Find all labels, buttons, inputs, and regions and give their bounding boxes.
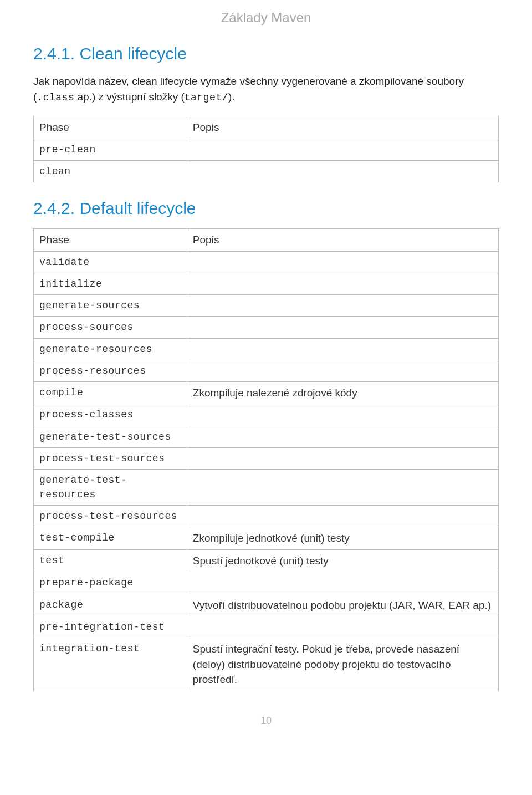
popis-cell [187, 338, 498, 360]
table-row: process-sources [34, 317, 499, 338]
table-row: compileZkompiluje nalezené zdrojové kódy [34, 381, 499, 404]
popis-cell [187, 295, 498, 317]
table-row: generate-sources [34, 295, 499, 317]
page-number: 10 [33, 714, 499, 728]
table-row: process-test-sources [34, 447, 499, 469]
inline-code-target: target/ [185, 92, 228, 103]
phase-cell: pre-clean [34, 139, 187, 160]
section-2-heading: 2.4.2. Default lifecycle [33, 196, 499, 221]
phase-cell: test [34, 549, 187, 572]
popis-cell [187, 139, 498, 160]
phase-cell: process-resources [34, 360, 187, 381]
popis-cell [187, 506, 498, 527]
phase-cell: generate-resources [34, 338, 187, 360]
default-lifecycle-table: Phase Popis validateinitializegenerate-s… [33, 228, 499, 691]
inline-code-class: .class [37, 92, 74, 103]
popis-cell [187, 360, 498, 381]
table-row: clean [34, 160, 499, 182]
popis-cell: Spustí jednotkové (unit) testy [187, 549, 498, 572]
popis-cell [187, 160, 498, 182]
popis-cell [187, 426, 498, 447]
popis-cell: Spustí integrační testy. Pokud je třeba,… [187, 638, 498, 691]
table-row: pre-clean [34, 139, 499, 160]
phase-cell: generate-test-sources [34, 426, 187, 447]
popis-cell [187, 572, 498, 594]
table-row: testSpustí jednotkové (unit) testy [34, 549, 499, 572]
table-row: initialize [34, 273, 499, 295]
table-row: process-classes [34, 404, 499, 426]
table-header-phase: Phase [34, 116, 187, 139]
page-header: Základy Maven [33, 8, 499, 28]
table-header-phase: Phase [34, 229, 187, 252]
popis-cell [187, 469, 498, 505]
popis-cell: Vytvoří distribuovatelnou podobu projekt… [187, 594, 498, 616]
table-row: process-resources [34, 360, 499, 381]
table-header-popis: Popis [187, 229, 498, 252]
table-row: prepare-package [34, 572, 499, 594]
table-header-popis: Popis [187, 116, 498, 139]
section-1-heading: 2.4.1. Clean lifecycle [33, 42, 499, 66]
popis-cell [187, 616, 498, 638]
table-row: packageVytvoří distribuovatelnou podobu … [34, 594, 499, 616]
table-row: process-test-resources [34, 506, 499, 527]
phase-cell: test-compile [34, 527, 187, 550]
popis-cell [187, 404, 498, 426]
para-text-3: ). [228, 91, 235, 103]
phase-cell: integration-test [34, 638, 187, 691]
phase-cell: prepare-package [34, 572, 187, 594]
phase-cell: generate-sources [34, 295, 187, 317]
popis-cell: Zkompiluje nalezené zdrojové kódy [187, 381, 498, 404]
phase-cell: validate [34, 251, 187, 273]
table-row: test-compileZkompiluje jednotkové (unit)… [34, 527, 499, 550]
table-row: generate-test-sources [34, 426, 499, 447]
table-row: pre-integration-test [34, 616, 499, 638]
popis-cell [187, 251, 498, 273]
popis-cell [187, 317, 498, 338]
phase-cell: initialize [34, 273, 187, 295]
para-text-2: ap.) z výstupní složky ( [74, 91, 185, 103]
popis-cell [187, 273, 498, 295]
phase-cell: process-sources [34, 317, 187, 338]
phase-cell: process-test-resources [34, 506, 187, 527]
table-row: generate-resources [34, 338, 499, 360]
phase-cell: process-test-sources [34, 447, 187, 469]
phase-cell: package [34, 594, 187, 616]
table-row: generate-test-resources [34, 469, 499, 505]
phase-cell: generate-test-resources [34, 469, 187, 505]
table-row: validate [34, 251, 499, 273]
popis-cell [187, 447, 498, 469]
phase-cell: process-classes [34, 404, 187, 426]
phase-cell: pre-integration-test [34, 616, 187, 638]
phase-cell: compile [34, 381, 187, 404]
popis-cell: Zkompiluje jednotkové (unit) testy [187, 527, 498, 550]
table-row: integration-testSpustí integrační testy.… [34, 638, 499, 691]
phase-cell: clean [34, 160, 187, 182]
clean-lifecycle-table: Phase Popis pre-cleanclean [33, 116, 499, 182]
section-1-paragraph: Jak napovídá název, clean lifecycle vyma… [33, 74, 499, 105]
